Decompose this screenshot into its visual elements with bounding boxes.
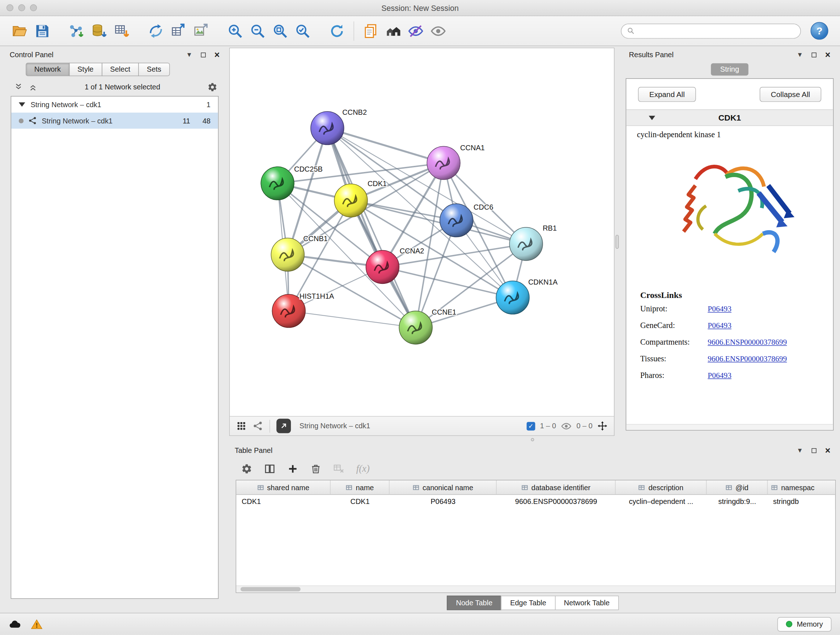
network-node-ccna2[interactable] [366,250,399,284]
cell-name[interactable]: CDK1 [331,495,390,509]
panel-maximize-icon[interactable] [201,52,205,57]
export-image-button[interactable] [189,19,212,42]
refresh-button[interactable] [325,19,348,42]
column-icon [257,484,264,491]
network-node-cdc6[interactable] [440,204,473,237]
show-panels-button[interactable] [382,19,404,42]
table-horizontal-scrollbar[interactable] [236,585,835,592]
zoom-in-button[interactable] [224,19,246,42]
network-edge[interactable] [327,128,416,328]
network-edge[interactable] [382,267,513,297]
export-table-button[interactable] [167,19,189,42]
network-node-ccnb2[interactable] [311,111,344,145]
table-close-icon[interactable]: × [825,446,831,455]
birds-eye-view-icon[interactable] [236,421,246,431]
tab-sets[interactable]: Sets [138,63,170,76]
compartments-link[interactable]: 9606.ENSP00000378699 [707,338,821,347]
add-column-icon[interactable] [287,463,298,474]
genecard-link[interactable]: P06493 [707,321,821,330]
network-node-rb1[interactable] [509,227,543,261]
network-collection-row[interactable]: String Network – cdk1 1 [11,97,218,112]
network-node-ccna1[interactable] [427,146,460,180]
zoom-selected-button[interactable] [292,19,314,42]
search-input[interactable] [638,27,795,35]
scrollbar-thumb[interactable] [240,587,301,592]
collapse-all-icon[interactable] [28,82,37,92]
tab-edge-table[interactable]: Edge Table [501,595,555,610]
move-crosshair-icon[interactable] [597,421,607,431]
string-tab[interactable]: String [711,63,748,76]
network-options-gear-icon[interactable] [207,82,218,92]
network-canvas[interactable]: CCNB2CCNA1CDC25BCDK1CDC6RB1CCNB1CCNA2CDK… [230,48,614,416]
network-node-cdkn1a[interactable] [496,281,529,314]
column-header[interactable]: shared name [236,480,331,494]
vertical-splitter[interactable] [615,48,619,436]
cell-database-identifier[interactable]: 9606.ENSP00000378699 [497,495,616,509]
import-table-button[interactable] [111,19,133,42]
results-maximize-icon[interactable] [812,52,816,57]
column-header[interactable]: @id [706,480,767,494]
cell-description[interactable]: cyclin–dependent ... [616,495,707,509]
detach-view-button[interactable] [276,419,291,433]
selected-checkbox-icon[interactable]: ✓ [527,422,535,431]
collapse-all-button[interactable]: Collapse All [760,87,821,102]
warning-icon[interactable] [30,618,43,630]
network-node-cdc25b[interactable] [261,167,294,200]
network-node-ccne1[interactable] [399,311,432,344]
tab-network[interactable]: Network [26,63,69,76]
expand-all-icon[interactable] [14,82,23,92]
table-maximize-icon[interactable] [812,448,816,453]
panel-close-icon[interactable]: × [214,50,219,59]
help-button[interactable]: ? [811,22,829,40]
tab-node-table[interactable]: Node Table [447,595,501,610]
import-network-file-button[interactable] [65,19,88,42]
table-options-gear-icon[interactable] [241,463,252,474]
gene-section-header[interactable]: CDK1 [626,109,833,126]
collapse-triangle-icon[interactable] [19,103,25,107]
column-header[interactable]: database identifier [497,480,616,494]
collection-count: 1 [207,101,210,109]
results-close-icon[interactable]: × [825,50,831,59]
network-edge[interactable] [289,311,416,328]
network-overview-icon[interactable] [253,421,263,431]
cell-id[interactable]: stringdb:9... [706,495,767,509]
horizontal-splitter[interactable] [229,436,836,443]
import-network-database-button[interactable] [88,19,111,42]
cell-namespace[interactable]: stringdb [767,495,835,509]
tissues-link[interactable]: 9606.ENSP00000378699 [707,355,821,363]
new-network-button[interactable] [145,19,167,42]
column-header[interactable]: description [616,480,707,494]
show-columns-icon[interactable] [264,463,275,474]
document-copy-button[interactable] [360,19,382,42]
results-float-icon[interactable]: ▼ [797,51,803,59]
table-row[interactable]: CDK1 CDK1 P06493 9606.ENSP00000378699 cy… [236,495,835,509]
network-node-cdk1[interactable] [334,184,368,217]
cell-shared-name[interactable]: CDK1 [236,495,331,509]
documents-icon [363,23,379,39]
network-edge[interactable] [327,128,444,163]
delete-column-icon[interactable] [310,463,321,474]
column-header[interactable]: namespac [767,480,835,494]
zoom-out-button[interactable] [246,19,269,42]
zoom-fit-button[interactable] [269,19,291,42]
uniprot-link[interactable]: P06493 [707,304,821,314]
pharos-link[interactable]: P06493 [707,371,821,380]
save-session-button[interactable] [31,19,54,42]
tab-select[interactable]: Select [102,63,139,76]
hide-selected-button[interactable] [404,19,427,42]
column-header[interactable]: canonical name [390,480,497,494]
network-row-selected[interactable]: String Network – cdk1 11 48 [11,112,218,128]
show-selected-button[interactable] [427,19,449,42]
table-float-icon[interactable]: ▼ [797,447,803,454]
tab-network-table[interactable]: Network Table [555,595,619,610]
column-header[interactable]: name [331,480,390,494]
tab-style[interactable]: Style [69,63,102,76]
network-node-ccnb1[interactable] [271,238,304,272]
expand-all-button[interactable]: Expand All [638,87,696,102]
panel-float-icon[interactable]: ▼ [186,51,193,59]
cell-canonical-name[interactable]: P06493 [390,495,497,509]
open-file-button[interactable] [9,19,31,42]
cloud-icon[interactable] [9,618,21,630]
results-scrollbar[interactable] [626,424,833,430]
memory-button[interactable]: Memory [777,617,831,631]
